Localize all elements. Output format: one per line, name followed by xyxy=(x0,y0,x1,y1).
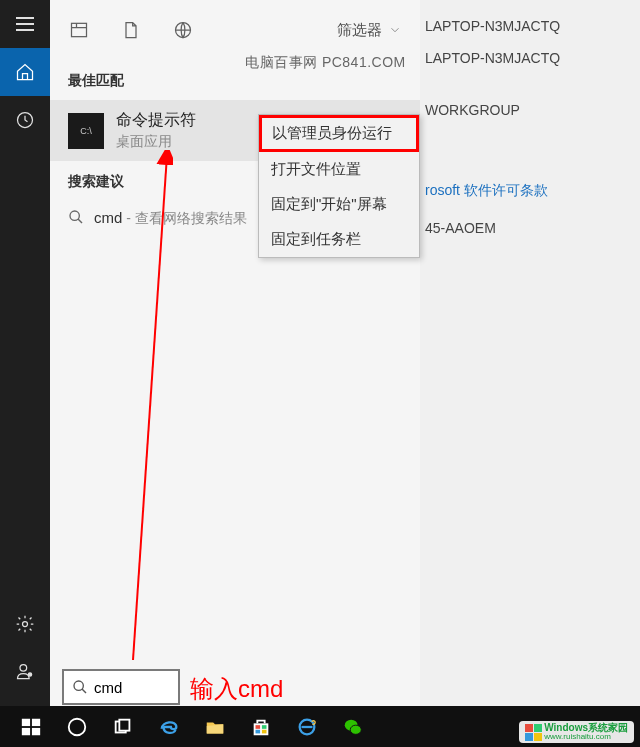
home-button[interactable] xyxy=(0,48,50,96)
filter-dropdown[interactable]: 筛选器 xyxy=(337,21,402,40)
bg-full-name: LAPTOP-N3MJACTQ xyxy=(425,42,560,74)
context-menu: 以管理员身份运行 打开文件位置 固定到"开始"屏幕 固定到任务栏 xyxy=(258,114,420,258)
bg-license-link[interactable]: rosoft 软件许可条款 xyxy=(425,174,560,206)
app-window-icon xyxy=(69,20,89,40)
bg-workgroup: WORKGROUP xyxy=(425,94,560,126)
web-button[interactable] xyxy=(172,19,194,41)
store-icon xyxy=(250,716,272,738)
edge-icon xyxy=(158,716,180,738)
svg-point-8 xyxy=(74,681,83,690)
ctx-pin-taskbar[interactable]: 固定到任务栏 xyxy=(259,222,419,257)
site-watermark: Windows系统家园 www.ruishaitu.com xyxy=(519,721,634,743)
documents-button[interactable] xyxy=(120,19,142,41)
search-input[interactable] xyxy=(94,679,164,696)
start-sidebar xyxy=(0,0,50,706)
svg-rect-16 xyxy=(254,723,269,735)
user-icon xyxy=(15,662,35,682)
svg-rect-19 xyxy=(256,729,261,733)
svg-rect-10 xyxy=(32,718,40,725)
clock-icon xyxy=(15,110,35,130)
svg-rect-4 xyxy=(72,23,87,36)
edge-button[interactable] xyxy=(146,706,192,747)
document-icon xyxy=(121,20,141,40)
search-icon xyxy=(72,679,88,695)
svg-point-6 xyxy=(70,211,79,220)
recent-button[interactable] xyxy=(0,96,50,144)
start-search-panel: 筛选器 最佳匹配 C:\ 命令提示符 桌面应用 搜索建议 cmd - 查看网络搜… xyxy=(50,0,420,706)
chevron-down-icon xyxy=(388,23,402,37)
start-button[interactable] xyxy=(8,706,54,747)
cortana-button[interactable] xyxy=(54,706,100,747)
svg-rect-15 xyxy=(119,719,129,730)
svg-point-1 xyxy=(23,622,28,627)
header-watermark-text: 电脑百事网 PC841.COM xyxy=(245,54,406,72)
result-subtitle: 桌面应用 xyxy=(116,133,196,151)
svg-point-3 xyxy=(28,673,31,676)
windows-icon xyxy=(20,716,42,738)
ctx-open-file-location[interactable]: 打开文件位置 xyxy=(259,152,419,187)
svg-point-2 xyxy=(20,665,27,672)
svg-rect-17 xyxy=(256,725,261,729)
apps-button[interactable] xyxy=(68,19,90,41)
annotation-enter-cmd: 输入cmd xyxy=(190,673,283,705)
wechat-button[interactable] xyxy=(330,706,376,747)
store-button[interactable] xyxy=(238,706,284,747)
settings-button[interactable] xyxy=(0,600,50,648)
ctx-pin-start[interactable]: 固定到"开始"屏幕 xyxy=(259,187,419,222)
explorer-button[interactable] xyxy=(192,706,238,747)
suggest-text: cmd - 查看网络搜索结果 xyxy=(94,209,247,228)
result-title: 命令提示符 xyxy=(116,110,196,131)
gear-icon xyxy=(15,614,35,634)
bg-product-id: 45-AAOEM xyxy=(425,212,560,244)
search-box[interactable] xyxy=(62,669,180,705)
ie-button[interactable] xyxy=(284,706,330,747)
svg-rect-9 xyxy=(22,718,30,725)
search-icon xyxy=(68,209,84,228)
hamburger-icon xyxy=(16,17,34,31)
background-system-info: LAPTOP-N3MJACTQ LAPTOP-N3MJACTQ WORKGROU… xyxy=(425,10,560,244)
ctx-run-as-admin[interactable]: 以管理员身份运行 xyxy=(259,115,419,152)
watermark-site: www.ruishaitu.com xyxy=(544,733,628,741)
home-icon xyxy=(15,62,35,82)
svg-rect-18 xyxy=(262,725,267,729)
taskview-button[interactable] xyxy=(100,706,146,747)
taskview-icon xyxy=(112,716,134,738)
cortana-icon xyxy=(66,716,88,738)
svg-rect-20 xyxy=(262,729,267,733)
cmd-app-icon: C:\ xyxy=(68,113,104,149)
filter-label: 筛选器 xyxy=(337,21,382,40)
ie-icon xyxy=(296,716,318,738)
svg-rect-12 xyxy=(32,727,40,734)
user-button[interactable] xyxy=(0,648,50,696)
hamburger-button[interactable] xyxy=(0,0,50,48)
bg-computer-name: LAPTOP-N3MJACTQ xyxy=(425,10,560,42)
globe-icon xyxy=(173,20,193,40)
wechat-icon xyxy=(342,716,364,738)
folder-icon xyxy=(204,716,226,738)
svg-point-13 xyxy=(69,718,86,735)
svg-rect-11 xyxy=(22,727,30,734)
svg-point-23 xyxy=(350,725,361,734)
panel-header: 筛选器 xyxy=(50,0,420,60)
windows-flag-icon xyxy=(525,724,542,741)
